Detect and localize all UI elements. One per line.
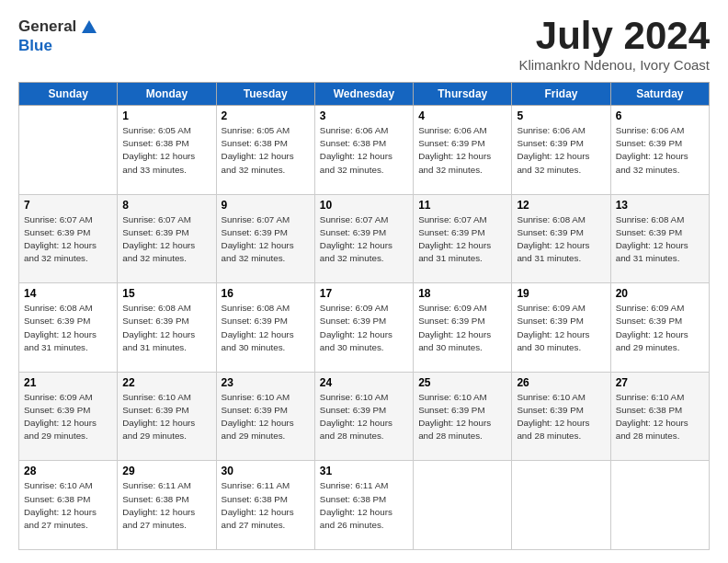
sunset-text: Sunset: 6:39 PM xyxy=(616,226,704,239)
daylight-text: Daylight: 12 hours and 29 minutes. xyxy=(24,417,112,442)
sunrise-text: Sunrise: 6:10 AM xyxy=(24,479,112,492)
day-number: 1 xyxy=(122,109,210,122)
day-number: 27 xyxy=(616,376,704,389)
table-row: 14Sunrise: 6:08 AMSunset: 6:39 PMDayligh… xyxy=(19,283,118,373)
day-number: 24 xyxy=(320,376,408,389)
table-row: 30Sunrise: 6:11 AMSunset: 6:38 PMDayligh… xyxy=(216,461,314,550)
table-row xyxy=(414,461,512,550)
daylight-text: Daylight: 12 hours and 31 minutes. xyxy=(24,328,112,354)
sunset-text: Sunset: 6:39 PM xyxy=(517,226,605,239)
sunrise-text: Sunrise: 6:11 AM xyxy=(320,479,408,492)
sunrise-text: Sunrise: 6:10 AM xyxy=(616,391,704,404)
day-info: Sunrise: 6:11 AMSunset: 6:38 PMDaylight:… xyxy=(122,479,210,532)
day-info: Sunrise: 6:09 AMSunset: 6:39 PMDaylight:… xyxy=(24,391,112,443)
sunset-text: Sunset: 6:38 PM xyxy=(320,137,408,150)
table-row: 10Sunrise: 6:07 AMSunset: 6:39 PMDayligh… xyxy=(314,194,413,283)
day-number: 21 xyxy=(24,376,112,389)
day-number: 17 xyxy=(320,287,408,300)
day-info: Sunrise: 6:10 AMSunset: 6:39 PMDaylight:… xyxy=(320,391,408,443)
day-info: Sunrise: 6:11 AMSunset: 6:38 PMDaylight:… xyxy=(320,479,408,532)
sunset-text: Sunset: 6:39 PM xyxy=(517,137,605,150)
day-info: Sunrise: 6:08 AMSunset: 6:39 PMDaylight:… xyxy=(122,302,210,354)
sunset-text: Sunset: 6:39 PM xyxy=(222,226,310,239)
logo-icon xyxy=(78,17,98,37)
logo-general-text: General xyxy=(18,17,76,36)
day-info: Sunrise: 6:10 AMSunset: 6:38 PMDaylight:… xyxy=(24,479,112,532)
table-row: 1Sunrise: 6:05 AMSunset: 6:38 PMDaylight… xyxy=(118,106,216,195)
day-number: 30 xyxy=(222,465,310,477)
day-info: Sunrise: 6:07 AMSunset: 6:39 PMDaylight:… xyxy=(122,213,210,266)
col-friday: Friday xyxy=(512,83,610,106)
sunset-text: Sunset: 6:39 PM xyxy=(122,226,210,239)
sunset-text: Sunset: 6:39 PM xyxy=(418,137,506,150)
day-info: Sunrise: 6:11 AMSunset: 6:38 PMDaylight:… xyxy=(222,479,310,532)
sunset-text: Sunset: 6:39 PM xyxy=(320,404,408,417)
daylight-text: Daylight: 12 hours and 28 minutes. xyxy=(320,417,408,442)
header: General Blue July 2024 Klimankro Ndenou,… xyxy=(18,17,710,73)
table-row: 31Sunrise: 6:11 AMSunset: 6:38 PMDayligh… xyxy=(314,461,413,550)
sunrise-text: Sunrise: 6:09 AM xyxy=(320,302,408,315)
day-info: Sunrise: 6:10 AMSunset: 6:39 PMDaylight:… xyxy=(517,391,605,443)
sunrise-text: Sunrise: 6:08 AM xyxy=(24,302,112,315)
calendar-week-4: 21Sunrise: 6:09 AMSunset: 6:39 PMDayligh… xyxy=(19,372,710,461)
sunrise-text: Sunrise: 6:05 AM xyxy=(222,124,310,137)
daylight-text: Daylight: 12 hours and 32 minutes. xyxy=(418,150,506,176)
sunrise-text: Sunrise: 6:11 AM xyxy=(222,479,310,492)
sunrise-text: Sunrise: 6:08 AM xyxy=(616,213,704,226)
daylight-text: Daylight: 12 hours and 32 minutes. xyxy=(222,150,310,176)
day-info: Sunrise: 6:09 AMSunset: 6:39 PMDaylight:… xyxy=(320,302,408,354)
daylight-text: Daylight: 12 hours and 29 minutes. xyxy=(122,417,210,442)
sunset-text: Sunset: 6:38 PM xyxy=(122,137,210,150)
table-row: 16Sunrise: 6:08 AMSunset: 6:39 PMDayligh… xyxy=(216,283,314,373)
daylight-text: Daylight: 12 hours and 32 minutes. xyxy=(616,150,704,176)
table-row: 25Sunrise: 6:10 AMSunset: 6:39 PMDayligh… xyxy=(414,372,512,461)
title-section: July 2024 Klimankro Ndenou, Ivory Coast xyxy=(518,17,710,73)
month-title: July 2024 xyxy=(518,17,710,55)
daylight-text: Daylight: 12 hours and 31 minutes. xyxy=(517,239,605,265)
table-row xyxy=(19,106,118,195)
day-info: Sunrise: 6:10 AMSunset: 6:39 PMDaylight:… xyxy=(122,391,210,443)
sunrise-text: Sunrise: 6:10 AM xyxy=(222,391,310,404)
sunrise-text: Sunrise: 6:08 AM xyxy=(222,302,310,315)
day-number: 22 xyxy=(122,376,210,389)
sunrise-text: Sunrise: 6:07 AM xyxy=(24,213,112,226)
day-number: 23 xyxy=(222,376,310,389)
day-info: Sunrise: 6:05 AMSunset: 6:38 PMDaylight:… xyxy=(122,124,210,177)
sunset-text: Sunset: 6:38 PM xyxy=(222,493,310,506)
table-row: 5Sunrise: 6:06 AMSunset: 6:39 PMDaylight… xyxy=(512,106,610,195)
table-row xyxy=(610,461,709,550)
calendar-week-3: 14Sunrise: 6:08 AMSunset: 6:39 PMDayligh… xyxy=(19,283,710,373)
day-info: Sunrise: 6:09 AMSunset: 6:39 PMDaylight:… xyxy=(616,302,704,354)
day-number: 29 xyxy=(122,465,210,477)
table-row: 3Sunrise: 6:06 AMSunset: 6:38 PMDaylight… xyxy=(314,106,413,195)
sunrise-text: Sunrise: 6:07 AM xyxy=(222,213,310,226)
sunrise-text: Sunrise: 6:09 AM xyxy=(418,302,506,315)
daylight-text: Daylight: 12 hours and 32 minutes. xyxy=(320,239,408,265)
table-row: 4Sunrise: 6:06 AMSunset: 6:39 PMDaylight… xyxy=(414,106,512,195)
day-number: 16 xyxy=(222,287,310,300)
sunset-text: Sunset: 6:39 PM xyxy=(222,315,310,327)
day-info: Sunrise: 6:09 AMSunset: 6:39 PMDaylight:… xyxy=(517,302,605,354)
page: General Blue July 2024 Klimankro Ndenou,… xyxy=(0,0,728,563)
daylight-text: Daylight: 12 hours and 28 minutes. xyxy=(418,417,506,442)
sunset-text: Sunset: 6:39 PM xyxy=(24,226,112,239)
daylight-text: Daylight: 12 hours and 26 minutes. xyxy=(320,506,408,532)
daylight-text: Daylight: 12 hours and 32 minutes. xyxy=(517,150,605,176)
day-info: Sunrise: 6:10 AMSunset: 6:39 PMDaylight:… xyxy=(222,391,310,443)
col-sunday: Sunday xyxy=(19,83,118,106)
table-row: 28Sunrise: 6:10 AMSunset: 6:38 PMDayligh… xyxy=(19,461,118,550)
sunset-text: Sunset: 6:39 PM xyxy=(222,404,310,417)
day-number: 15 xyxy=(122,287,210,300)
sunset-text: Sunset: 6:39 PM xyxy=(320,315,408,327)
daylight-text: Daylight: 12 hours and 29 minutes. xyxy=(616,328,704,354)
day-number: 26 xyxy=(517,376,605,389)
day-number: 25 xyxy=(418,376,506,389)
table-row: 7Sunrise: 6:07 AMSunset: 6:39 PMDaylight… xyxy=(19,194,118,283)
location: Klimankro Ndenou, Ivory Coast xyxy=(518,57,710,73)
sunrise-text: Sunrise: 6:09 AM xyxy=(616,302,704,315)
sunset-text: Sunset: 6:39 PM xyxy=(122,315,210,327)
daylight-text: Daylight: 12 hours and 29 minutes. xyxy=(222,417,310,442)
calendar-table: Sunday Monday Tuesday Wednesday Thursday… xyxy=(18,82,710,550)
sunrise-text: Sunrise: 6:11 AM xyxy=(122,479,210,492)
sunset-text: Sunset: 6:39 PM xyxy=(616,137,704,150)
